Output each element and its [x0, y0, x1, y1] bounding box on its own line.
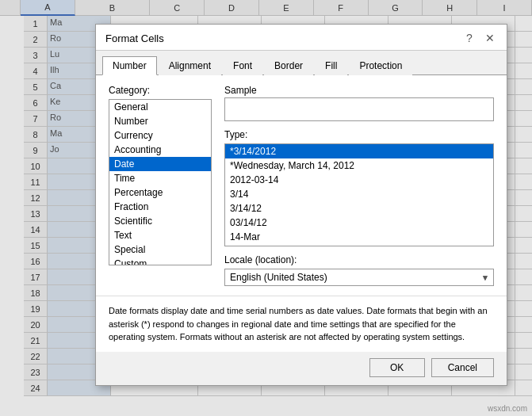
title-bar: Format Cells ? ✕ [96, 25, 507, 51]
type-list-container: *3/14/2012*Wednesday, March 14, 20122012… [224, 143, 494, 246]
category-item-currency[interactable]: Currency [109, 128, 211, 143]
dialog-title: Format Cells [105, 32, 164, 44]
dialog-body: Category: GeneralNumberCurrencyAccountin… [96, 75, 507, 296]
right-panel: Sample Type: *3/14/2012*Wednesday, March… [224, 85, 494, 286]
tab-protection[interactable]: Protection [349, 56, 412, 75]
tab-bar: NumberAlignmentFontBorderFillProtection [96, 51, 507, 75]
ok-button[interactable]: OK [369, 358, 425, 377]
type-list[interactable]: *3/14/2012*Wednesday, March 14, 20122012… [224, 143, 494, 246]
category-item-number[interactable]: Number [109, 114, 211, 128]
category-item-special[interactable]: Special [109, 242, 211, 257]
format-cells-dialog: Format Cells ? ✕ NumberAlignmentFontBord… [95, 24, 507, 386]
close-button[interactable]: ✕ [483, 31, 497, 45]
dialog-footer: OK Cancel [96, 352, 507, 385]
category-panel: Category: GeneralNumberCurrencyAccountin… [109, 85, 212, 286]
category-item-custom[interactable]: Custom [109, 257, 211, 265]
category-item-time[interactable]: Time [109, 171, 211, 185]
type-item[interactable]: 3/14/12 [225, 201, 493, 216]
sample-box [224, 97, 494, 121]
category-item-fraction[interactable]: Fraction [109, 200, 211, 214]
type-item[interactable]: *Wednesday, March 14, 2012 [225, 158, 493, 173]
category-item-general[interactable]: General [109, 100, 211, 114]
locale-select[interactable]: English (United States)English (United K… [224, 269, 494, 286]
type-item[interactable]: 2012-03-14 [225, 173, 493, 187]
locale-label: Locale (location): [224, 254, 494, 265]
category-list[interactable]: GeneralNumberCurrencyAccountingDateTimeP… [109, 99, 212, 265]
category-item-accounting[interactable]: Accounting [109, 143, 211, 157]
locale-select-wrapper: English (United States)English (United K… [224, 269, 494, 286]
category-label: Category: [109, 85, 212, 96]
sample-label: Sample [224, 85, 494, 96]
two-column-layout: Category: GeneralNumberCurrencyAccountin… [109, 85, 494, 286]
type-item[interactable]: *3/14/2012 [225, 144, 493, 158]
type-item[interactable]: 03/14/12 [225, 216, 493, 230]
tab-font[interactable]: Font [223, 56, 262, 75]
category-item-text[interactable]: Text [109, 228, 211, 242]
tab-alignment[interactable]: Alignment [159, 56, 221, 75]
description-text: Date formats display date and time seria… [96, 296, 507, 352]
watermark: wsxdn.com [488, 404, 527, 413]
help-button[interactable]: ? [462, 31, 477, 45]
tab-border[interactable]: Border [264, 56, 313, 75]
tab-fill[interactable]: Fill [315, 56, 347, 75]
dialog-overlay: Format Cells ? ✕ NumberAlignmentFontBord… [0, 0, 532, 416]
title-controls: ? ✕ [462, 31, 497, 45]
type-label: Type: [224, 129, 494, 140]
type-item[interactable]: 14-Mar [225, 230, 493, 244]
cancel-button[interactable]: Cancel [431, 358, 494, 377]
category-item-scientific[interactable]: Scientific [109, 214, 211, 228]
category-item-percentage[interactable]: Percentage [109, 185, 211, 200]
category-item-date[interactable]: Date [109, 157, 211, 171]
type-item[interactable]: 3/14 [225, 187, 493, 201]
tab-number[interactable]: Number [102, 56, 157, 75]
